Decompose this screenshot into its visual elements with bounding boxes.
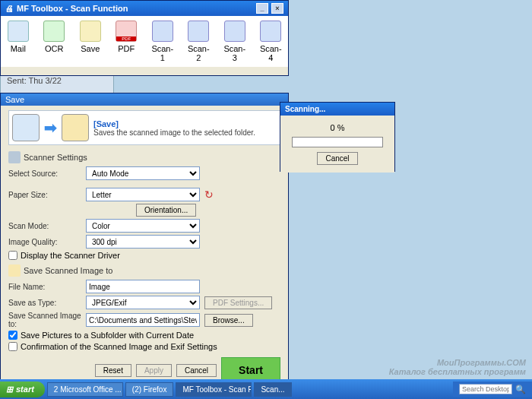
save-to-input[interactable] <box>86 313 200 327</box>
system-tray[interactable]: 🔍 <box>453 382 532 397</box>
tb-save[interactable]: Save <box>79 21 102 62</box>
scanning-dialog: Scanning... 0 % Cancel <box>280 102 395 172</box>
paper-size-dropdown[interactable]: Letter <box>86 188 200 201</box>
windows-icon: ⊞ <box>6 385 13 394</box>
tb-scan4[interactable]: Scan-4 <box>260 21 283 62</box>
taskbar: ⊞start 2 Microsoft Office ... (2) Firefo… <box>0 379 532 399</box>
scanning-titlebar[interactable]: Scanning... <box>280 103 394 116</box>
scanner-big-icon <box>12 114 40 141</box>
arrow-icon: ➡ <box>44 119 57 137</box>
save-as-dropdown[interactable]: JPEG/Exif <box>86 296 200 309</box>
search-icon[interactable]: 🔍 <box>515 385 526 394</box>
sent-value: Thu 3/22 <box>28 76 61 85</box>
desktop-search-input[interactable] <box>459 384 512 394</box>
watermark: МоиПрограммы.COM Каталог бесплатных прог… <box>389 358 526 376</box>
toolbox-toolbar: Mail OCR Save PDF Scan-1 Scan-2 Scan-3 S… <box>1 16 288 67</box>
task-toolbox[interactable]: MF Toolbox - Scan F... <box>176 382 252 397</box>
scanning-percent: 0 % <box>288 123 387 132</box>
sent-label: Sent: <box>7 76 27 85</box>
save-icon <box>80 21 101 42</box>
image-quality-dropdown[interactable]: 300 dpi <box>86 235 200 249</box>
close-icon[interactable]: × <box>271 3 283 14</box>
toolbox-title: MF Toolbox - Scan Function <box>17 4 128 13</box>
save-to-label: Save Scanned Image to: <box>8 312 81 328</box>
minimize-icon[interactable]: _ <box>256 3 268 14</box>
tb-ocr[interactable]: OCR <box>43 21 66 62</box>
gear-icon <box>8 151 21 163</box>
scan-mode-label: Scan Mode: <box>8 222 81 230</box>
pdf-settings-button: PDF Settings... <box>204 296 272 309</box>
progress-bar <box>292 137 383 147</box>
save-titlebar[interactable]: Save <box>1 93 288 106</box>
display-driver-checkbox[interactable] <box>8 251 17 260</box>
scan-mode-dropdown[interactable]: Color <box>86 219 200 233</box>
file-name-input[interactable] <box>86 280 200 293</box>
rotate-icon[interactable]: ↻ <box>204 188 214 201</box>
save-to-section: Save Scanned Image to <box>8 264 280 277</box>
orientation-button[interactable]: Orientation... <box>136 204 196 217</box>
printer-icon: 🖨 <box>5 4 14 13</box>
mail-icon <box>8 21 29 42</box>
cancel-button[interactable]: Cancel <box>176 364 217 377</box>
mf-toolbox-window: 🖨 MF Toolbox - Scan Function _ × Mail OC… <box>0 0 289 76</box>
tb-mail[interactable]: Mail <box>7 21 30 62</box>
toolbox-titlebar[interactable]: 🖨 MF Toolbox - Scan Function _ × <box>1 1 288 16</box>
tb-scan2[interactable]: Scan-2 <box>188 21 211 62</box>
folder-big-icon <box>62 114 89 141</box>
file-name-label: File Name: <box>8 283 81 291</box>
scanner-icon <box>224 21 245 42</box>
pdf-icon <box>116 21 137 42</box>
select-source-dropdown[interactable]: Auto Mode <box>86 166 200 180</box>
scanning-cancel-button[interactable]: Cancel <box>317 152 357 165</box>
tb-pdf[interactable]: PDF <box>116 21 138 62</box>
save-header: ➡ [Save] Saves the scanned image to the … <box>8 110 280 145</box>
save-head-desc: Saves the scanned image to the selected … <box>93 128 255 137</box>
subfolder-checkbox[interactable] <box>8 331 17 340</box>
tb-scan1[interactable]: Scan-1 <box>151 21 174 62</box>
start-button[interactable]: ⊞start <box>0 382 45 397</box>
scanner-icon <box>260 21 281 42</box>
save-window: Save ➡ [Save] Saves the scanned image to… <box>0 93 289 382</box>
paper-size-label: Paper Size: <box>8 191 81 199</box>
scanner-settings-section: Scanner Settings <box>8 151 280 163</box>
folder-icon <box>8 264 21 277</box>
task-scan[interactable]: Scan... <box>254 382 291 397</box>
scanner-icon <box>188 21 209 42</box>
confirm-checkbox[interactable] <box>8 342 17 351</box>
scanner-icon <box>152 21 173 42</box>
ocr-icon <box>43 21 65 42</box>
apply-button: Apply <box>136 364 172 377</box>
image-quality-label: Image Quality: <box>8 238 81 246</box>
task-office[interactable]: 2 Microsoft Office ... <box>47 382 123 397</box>
save-as-label: Save as Type: <box>8 299 81 307</box>
tb-scan3[interactable]: Scan-3 <box>223 21 246 62</box>
browse-button[interactable]: Browse... <box>204 314 253 327</box>
task-firefox[interactable]: (2) Firefox <box>125 382 174 397</box>
reset-button[interactable]: Reset <box>95 364 131 377</box>
select-source-label: Select Source: <box>8 169 81 178</box>
save-head-title: [Save] <box>93 119 119 128</box>
